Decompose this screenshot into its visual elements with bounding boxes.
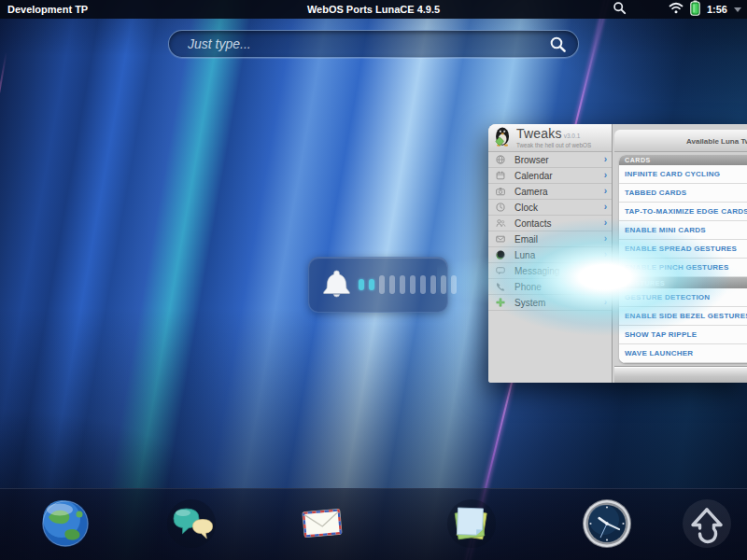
volume-bar-7 (420, 275, 426, 294)
volume-indicator (308, 257, 448, 313)
tweak-item[interactable]: ENABLE SPREAD GESTURES (619, 240, 747, 259)
sidebar-item-messaging[interactable]: Messaging› (488, 263, 612, 279)
sidebar-item-calendar[interactable]: Calendar› (488, 168, 612, 184)
tweaks-version: v3.0.1 (564, 133, 581, 139)
tweaks-app-header: Tweaksv3.0.1 Tweak the hell out of webOS (488, 124, 612, 152)
launcher-app-icon[interactable] (681, 497, 733, 550)
volume-bar-10 (451, 275, 457, 294)
sidebar-item-contacts[interactable]: Contacts› (488, 216, 612, 231)
bell-icon (321, 269, 352, 301)
wifi-icon (669, 1, 684, 18)
sidebar-item-browser[interactable]: Browser› (488, 152, 612, 168)
volume-bar-3 (379, 275, 385, 294)
tweak-item[interactable]: TABBED CARDS (619, 184, 747, 203)
chevron-right-icon: › (604, 203, 607, 212)
clock-icon (495, 202, 506, 213)
contacts-icon (495, 217, 506, 229)
just-type-search[interactable] (168, 30, 579, 58)
volume-bar-1 (359, 279, 364, 290)
sidebar-item-label: System (514, 298, 545, 308)
sidebar-item-camera[interactable]: Camera› (488, 184, 612, 200)
sidebar-item-label: Phone (514, 282, 542, 292)
tweak-item[interactable]: WAVE LAUNCHER (619, 344, 747, 363)
sidebar-item-email[interactable]: Email› (488, 231, 612, 247)
chevron-right-icon: › (604, 266, 607, 275)
volume-bar-9 (441, 275, 446, 294)
chevron-right-icon: › (604, 234, 607, 244)
tweaks-app-card: Tweaksv3.0.1 Tweak the hell out of webOS… (488, 124, 747, 383)
email-app-icon[interactable] (296, 497, 348, 550)
sidebar-item-label: Calendar (514, 171, 553, 181)
sidebar-item-phone[interactable]: Phone› (488, 279, 612, 295)
volume-bars (359, 275, 457, 294)
panel-title: Available Luna Tweaks (686, 137, 747, 146)
volume-bar-8 (430, 275, 436, 294)
chevron-right-icon: › (604, 155, 607, 164)
chevron-right-icon: › (604, 250, 607, 259)
status-bar: Development TP WebOS Ports LunaCE 4.9.5 … (0, 0, 747, 19)
messaging-app-icon[interactable] (165, 497, 218, 550)
tweaks-subtitle: Tweak the hell out of webOS (516, 143, 591, 148)
sidebar-item-label: Email (514, 234, 538, 245)
dropdown-caret-icon[interactable] (734, 7, 741, 12)
calendar-icon (495, 170, 506, 181)
volume-bar-5 (400, 275, 405, 294)
luna-icon (495, 249, 506, 260)
web-browser-app-icon[interactable] (39, 497, 92, 550)
globe-icon (495, 154, 506, 165)
tweak-item[interactable]: ENABLE MINI CARDS (619, 221, 747, 240)
tweak-item[interactable]: GESTURE DETECTION (619, 288, 747, 307)
tweaks-list-group: CARDSINFINITE CARD CYCLINGTABBED CARDSTA… (619, 155, 747, 363)
tweak-item[interactable]: ENABLE PINCH GESTURES (619, 259, 747, 277)
search-input[interactable] (169, 36, 549, 51)
tweaks-sidebar: Tweaksv3.0.1 Tweak the hell out of webOS… (488, 124, 613, 383)
sidebar-item-luna[interactable]: Luna› (488, 247, 612, 263)
sidebar-item-system[interactable]: System› (488, 295, 612, 311)
quick-launch-dock (0, 488, 747, 560)
group-header-gestures: GESTURES (619, 277, 747, 288)
tweak-item[interactable]: INFINITE CARD CYCLING (619, 165, 747, 184)
sidebar-item-label: Luna (514, 250, 535, 260)
tweak-item[interactable]: ENABLE SIDE BEZEL GESTURES (619, 307, 747, 326)
chevron-right-icon: › (604, 298, 607, 307)
volume-bar-2 (369, 279, 374, 290)
messaging-icon (495, 265, 506, 276)
battery-icon (690, 0, 700, 20)
email-icon (495, 233, 506, 245)
volume-bar-6 (410, 275, 416, 294)
search-icon[interactable] (613, 1, 627, 19)
chevron-right-icon: › (604, 187, 607, 196)
sidebar-item-label: Browser (514, 155, 549, 165)
camera-icon (495, 186, 506, 197)
system-icon (495, 297, 506, 308)
chevron-right-icon: › (604, 218, 607, 228)
clock-app-icon[interactable] (581, 497, 633, 550)
tweaks-available-panel: Available Luna Tweaks CARDSINFINITE CARD… (613, 124, 747, 383)
tweak-item[interactable]: TAP-TO-MAXIMIZE EDGE CARDS (619, 203, 747, 221)
panel-header: Available Luna Tweaks (614, 130, 747, 152)
phone-icon (495, 281, 506, 292)
sidebar-item-clock[interactable]: Clock› (488, 200, 612, 216)
search-icon[interactable] (549, 35, 567, 53)
group-header-cards: CARDS (619, 155, 747, 165)
clock-time: 1:56 (707, 4, 727, 15)
panel-command-bar (614, 366, 747, 383)
chevron-right-icon: › (604, 282, 607, 291)
sidebar-item-label: Camera (514, 187, 548, 197)
tux-app-icon (493, 125, 513, 151)
sidebar-item-label: Clock (514, 203, 538, 213)
tweaks-title: Tweaks (516, 126, 562, 141)
memos-app-icon[interactable] (445, 497, 498, 550)
tweak-item[interactable]: SHOW TAP RIPPLE (619, 326, 747, 344)
volume-bar-4 (389, 275, 395, 294)
sidebar-item-label: Contacts (514, 218, 551, 229)
sidebar-item-label: Messaging (514, 266, 559, 276)
chevron-right-icon: › (604, 171, 607, 180)
